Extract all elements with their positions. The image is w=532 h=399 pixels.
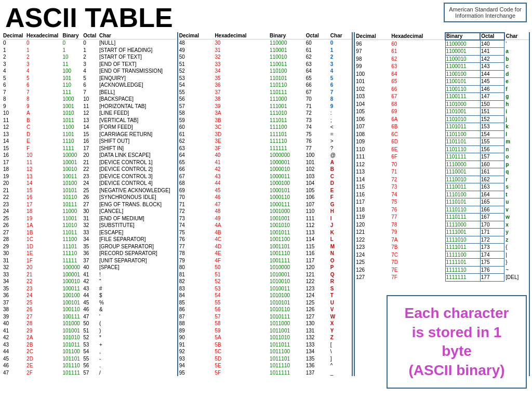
cell-bin: 1000000 (269, 152, 305, 159)
cell-hex: 64 (390, 70, 445, 78)
cell-oct: 63 (305, 61, 329, 68)
ascii-section-3: Decimal Hexadecimal Binary Octal Char 96… (354, 32, 530, 376)
cell-decimal: 10 (2, 110, 25, 117)
table-row: 116741110100164t (355, 191, 529, 198)
cell-oct: 160 (480, 161, 504, 168)
cell-decimal: 18 (2, 166, 25, 173)
cell-oct: 60 (305, 39, 329, 47)
cell-oct: 116 (305, 250, 329, 257)
cell-hex: 4B (214, 229, 269, 236)
table-row: 64401000000100@ (178, 152, 352, 159)
cell-hex: 75 (390, 198, 445, 206)
cell-oct: 115 (305, 243, 329, 250)
cell-oct: 20 (82, 152, 98, 159)
cell-decimal: 125 (355, 259, 390, 267)
cell-bin: 1101011 (445, 123, 480, 131)
cell-char: _ (329, 369, 352, 377)
cell-char: g (504, 93, 529, 101)
cell-char: [BELL] (98, 89, 176, 96)
cell-decimal: 86 (178, 306, 214, 313)
cell-oct: 171 (480, 229, 504, 236)
cell-decimal: 13 (2, 131, 25, 138)
cell-oct: 130 (305, 320, 329, 327)
cell-hex: 41 (214, 159, 269, 166)
table-row: 117751110101165u (355, 198, 529, 206)
cell-hex: 69 (390, 108, 445, 116)
cell-oct: 170 (480, 221, 504, 229)
table-row: 462E10111056. (2, 362, 176, 369)
cell-char: W (329, 313, 352, 321)
table-row: 88100010[BACKSPACE] (2, 96, 176, 103)
cell-hex: 5A (214, 334, 269, 341)
cell-oct: 72 (305, 110, 329, 117)
cell-decimal: 51 (178, 61, 214, 68)
cell-bin: 1111010 (445, 236, 480, 244)
cell-decimal: 96 (355, 40, 390, 48)
cell-char: v (504, 206, 529, 214)
cell-oct: 22 (82, 166, 98, 173)
cell-hex: 72 (390, 176, 445, 183)
cell-oct: 66 (305, 82, 329, 89)
cell-oct: 41 (82, 271, 98, 278)
cell-oct: 135 (305, 355, 329, 363)
cell-hex: 48 (214, 208, 269, 215)
cell-char: [FILE SEPARATOR] (98, 236, 176, 243)
cell-char: J (329, 222, 352, 229)
cell-char: ] (329, 355, 352, 363)
cell-hex: 4E (214, 250, 269, 257)
cell-bin: 1011001 (269, 327, 305, 335)
cell-bin: 1111 (61, 145, 82, 152)
cell-oct: 45 (82, 299, 98, 307)
cell-decimal: 2 (2, 54, 25, 61)
cell-oct: 175 (480, 259, 504, 267)
cell-bin: 1101010 (445, 115, 480, 123)
cell-hex: 2A (25, 334, 61, 341)
cell-hex: 43 (214, 173, 269, 180)
cell-hex: 24 (25, 292, 61, 299)
cell-char: " (98, 278, 176, 285)
cell-oct: 131 (305, 327, 329, 335)
cell-char: [DATA LINK ESCAPE] (98, 152, 176, 159)
cell-bin: 1000110 (269, 194, 305, 201)
cell-hex: 2F (25, 369, 61, 377)
cell-oct: 152 (480, 115, 504, 123)
cell-bin: 1001010 (269, 222, 305, 229)
cell-char: [CANCEL] (98, 208, 176, 215)
table-row: 12C110014[FORM FEED] (2, 124, 176, 131)
table-row: 10A101012[LINE FEED] (2, 110, 176, 117)
cell-oct: 104 (305, 180, 329, 187)
cell-decimal: 105 (355, 108, 390, 116)
cell-decimal: 93 (178, 355, 214, 363)
cell-bin: 1110000 (445, 161, 480, 168)
cell-decimal: 19 (2, 173, 25, 180)
cell-decimal: 115 (355, 183, 390, 191)
cell-char: / (98, 369, 176, 377)
cell-decimal: 80 (178, 264, 214, 271)
cell-hex: 1F (25, 257, 61, 264)
cell-oct: 114 (305, 236, 329, 243)
cell-decimal: 49 (178, 47, 214, 54)
cell-decimal: 65 (178, 159, 214, 166)
cell-bin: 1001001 (269, 215, 305, 222)
cell-decimal: 106 (355, 115, 390, 123)
table-row: 69451000101105E (178, 187, 352, 194)
cell-char: 4 (329, 68, 352, 75)
cell-decimal: 28 (2, 236, 25, 243)
cell-char: Y (329, 327, 352, 335)
table-row: 352310001143# (2, 285, 176, 292)
cell-char: > (329, 138, 352, 145)
cell-decimal: 27 (2, 229, 25, 236)
cell-decimal: 60 (178, 124, 214, 131)
cell-bin: 1001110 (269, 250, 305, 257)
cell-hex: 7A (390, 236, 445, 244)
cell-hex: 54 (214, 292, 269, 299)
table-row: 89591011001131Y (178, 327, 352, 335)
cell-decimal: 117 (355, 198, 390, 206)
table-row: 4931110001611 (178, 47, 352, 54)
table-row: 84541010100124T (178, 292, 352, 299)
cell-oct: 31 (82, 215, 98, 222)
cell-oct: 53 (82, 341, 98, 349)
cell-oct: 100 (305, 152, 329, 159)
cell-oct: 153 (480, 123, 504, 131)
cell-bin: 1100111 (445, 93, 480, 101)
